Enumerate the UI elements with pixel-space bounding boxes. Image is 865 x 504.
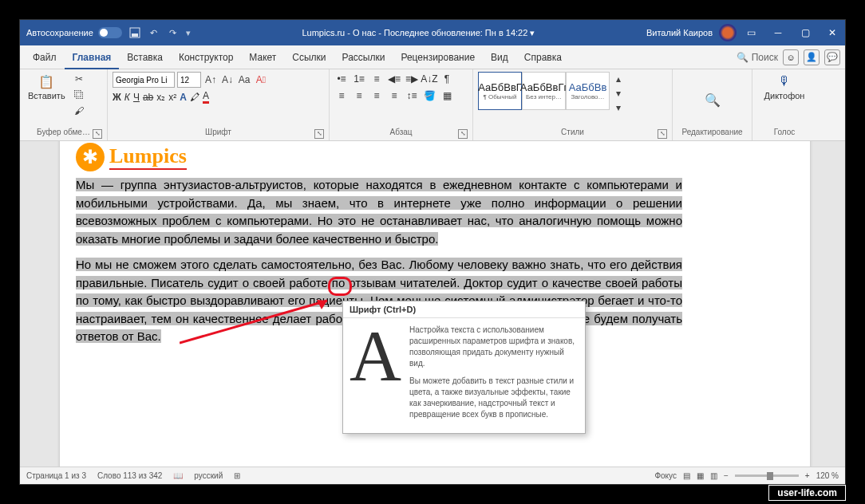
styles-down-icon[interactable]: ▾ bbox=[611, 86, 626, 100]
dictate-button[interactable]: 🎙 Диктофон bbox=[761, 72, 808, 102]
outdent-icon[interactable]: ◀≡ bbox=[387, 72, 401, 86]
find-icon: 🔍 bbox=[705, 92, 721, 108]
format-painter-icon[interactable]: 🖌 bbox=[72, 104, 86, 118]
avatar-icon[interactable] bbox=[719, 24, 737, 41]
justify-icon[interactable]: ≡ bbox=[387, 89, 401, 103]
paste-button[interactable]: 📋 Вставить bbox=[25, 72, 69, 102]
tab-view[interactable]: Вид bbox=[483, 45, 516, 69]
tab-layout[interactable]: Макет bbox=[241, 45, 284, 69]
styles-up-icon[interactable]: ▴ bbox=[611, 72, 626, 86]
language-indicator[interactable]: русский bbox=[194, 471, 223, 480]
copy-icon[interactable]: ⿻ bbox=[72, 88, 86, 102]
tab-help[interactable]: Справка bbox=[516, 45, 570, 69]
print-layout-icon[interactable]: ▦ bbox=[697, 471, 704, 480]
zoom-out-icon[interactable]: − bbox=[724, 471, 729, 480]
style-heading1[interactable]: АаБбВвЗаголово… bbox=[566, 72, 610, 110]
tab-insert[interactable]: Вставка bbox=[119, 45, 171, 69]
tab-design[interactable]: Конструктор bbox=[171, 45, 241, 69]
font-color-icon[interactable]: A bbox=[203, 90, 209, 104]
page-indicator[interactable]: Страница 1 из 3 bbox=[26, 471, 86, 480]
user-name[interactable]: Виталий Каиров bbox=[646, 28, 713, 37]
change-case-icon[interactable]: Aa bbox=[237, 73, 251, 87]
shrink-font-icon[interactable]: A↓ bbox=[220, 73, 235, 87]
tab-references[interactable]: Ссылки bbox=[284, 45, 334, 69]
clipboard-launcher-icon[interactable]: ⤡ bbox=[93, 129, 102, 139]
text-effects-icon[interactable]: A bbox=[180, 92, 187, 103]
tab-review[interactable]: Рецензирование bbox=[393, 45, 483, 69]
align-center-icon[interactable]: ≡ bbox=[352, 89, 366, 103]
share-icon[interactable]: 👤 bbox=[804, 49, 820, 65]
zoom-in-icon[interactable]: + bbox=[805, 471, 810, 480]
search-label: Поиск bbox=[752, 52, 778, 63]
line-spacing-icon[interactable]: ↕≡ bbox=[405, 89, 419, 103]
web-layout-icon[interactable]: ▥ bbox=[710, 471, 717, 480]
bold-button[interactable]: Ж bbox=[113, 92, 121, 103]
italic-button[interactable]: К bbox=[124, 92, 130, 103]
autosave-toggle[interactable]: Автосохранение bbox=[26, 27, 122, 38]
superscript-button[interactable]: x² bbox=[168, 92, 176, 103]
accessibility-icon[interactable]: ⊞ bbox=[234, 471, 240, 480]
undo-icon[interactable]: ↶ bbox=[148, 26, 160, 39]
titlebar: Автосохранение ↶ ↷ ▾ Lumpics.ru - О нас … bbox=[20, 20, 845, 45]
word-count[interactable]: Слово 113 из 342 bbox=[97, 471, 162, 480]
styles-launcher-icon[interactable]: ⤡ bbox=[658, 129, 667, 139]
font-name-select[interactable]: Georgia Pro Li bbox=[113, 72, 175, 88]
sort-icon[interactable]: A↓Z bbox=[422, 72, 436, 86]
tab-file[interactable]: Файл bbox=[25, 45, 65, 69]
clear-format-icon[interactable]: A⃠ bbox=[254, 73, 268, 87]
paragraph-1[interactable]: Мы — группа энтузиастов-альтруистов, кот… bbox=[76, 178, 682, 246]
tooltip-title: Шрифт (Ctrl+D) bbox=[343, 301, 585, 318]
highlight-icon[interactable]: 🖍 bbox=[190, 92, 199, 103]
font-launcher-icon[interactable]: ⤡ bbox=[314, 129, 324, 139]
statusbar: Страница 1 из 3 Слово 113 из 342 📖 русск… bbox=[20, 467, 845, 484]
feedback-icon[interactable]: ☺ bbox=[783, 49, 799, 65]
underline-button[interactable]: Ч bbox=[133, 92, 140, 103]
autosave-label: Автосохранение bbox=[26, 28, 93, 37]
ribbon-options-icon[interactable]: ▭ bbox=[738, 20, 764, 45]
annotation-circle bbox=[328, 277, 352, 296]
tab-mailings[interactable]: Рассылки bbox=[334, 45, 393, 69]
styles-more-icon[interactable]: ▾ bbox=[611, 100, 626, 115]
read-mode-icon[interactable]: ▤ bbox=[683, 471, 690, 480]
cut-icon[interactable]: ✂ bbox=[72, 72, 86, 86]
clipboard-group-label: Буфер обме… bbox=[37, 128, 90, 136]
logo-text: Lumpics bbox=[109, 144, 187, 170]
maximize-button[interactable]: ▢ bbox=[792, 20, 818, 45]
align-right-icon[interactable]: ≡ bbox=[369, 89, 384, 103]
zoom-level[interactable]: 120 % bbox=[816, 471, 839, 480]
style-nospacing[interactable]: АаБбВвГгБез интер… bbox=[522, 72, 566, 110]
numbering-icon[interactable]: 1≡ bbox=[352, 72, 366, 86]
find-button[interactable]: 🔍 bbox=[701, 90, 724, 109]
redo-icon[interactable]: ↷ bbox=[167, 26, 180, 39]
document-area[interactable]: ✱ Lumpics Мы — группа энтузиастов-альтру… bbox=[20, 141, 845, 467]
editing-group-label: Редактирование bbox=[677, 128, 747, 139]
save-icon[interactable] bbox=[128, 26, 141, 39]
close-button[interactable]: ✕ bbox=[820, 20, 845, 45]
multilevel-icon[interactable]: ≡ bbox=[369, 72, 384, 86]
toggle-switch-icon[interactable] bbox=[98, 27, 122, 38]
shading-icon[interactable]: 🪣 bbox=[422, 89, 436, 103]
search-button[interactable]: 🔍 Поиск bbox=[737, 52, 778, 63]
tooltip-p1: Настройка текста с использованием расшир… bbox=[409, 325, 579, 369]
align-left-icon[interactable]: ≡ bbox=[334, 89, 349, 103]
subscript-button[interactable]: x₂ bbox=[156, 92, 165, 103]
style-normal[interactable]: АаБбВвГ¶ Обычный bbox=[478, 72, 522, 110]
bullets-icon[interactable]: •≡ bbox=[334, 72, 349, 86]
paragraph-group-label: Абзац bbox=[389, 128, 412, 136]
grow-font-icon[interactable]: A↑ bbox=[203, 73, 218, 87]
show-marks-icon[interactable]: ¶ bbox=[440, 72, 454, 86]
zoom-slider[interactable] bbox=[735, 474, 799, 477]
tab-home[interactable]: Главная bbox=[65, 45, 120, 69]
comments-icon[interactable]: 💬 bbox=[824, 49, 840, 65]
indent-icon[interactable]: ≡▶ bbox=[405, 72, 419, 86]
svg-marker-3 bbox=[317, 300, 327, 309]
lumpics-logo-icon: ✱ bbox=[76, 143, 105, 171]
focus-mode[interactable]: Фокус bbox=[654, 471, 677, 480]
spellcheck-icon[interactable]: 📖 bbox=[173, 471, 183, 480]
borders-icon[interactable]: ▦ bbox=[440, 89, 454, 103]
minimize-button[interactable]: ─ bbox=[765, 20, 791, 45]
voice-group-label: Голос bbox=[757, 128, 812, 139]
paragraph-launcher-icon[interactable]: ⤡ bbox=[458, 129, 468, 139]
font-size-select[interactable]: 12 bbox=[177, 72, 201, 88]
strikethrough-button[interactable]: ab bbox=[143, 92, 153, 103]
